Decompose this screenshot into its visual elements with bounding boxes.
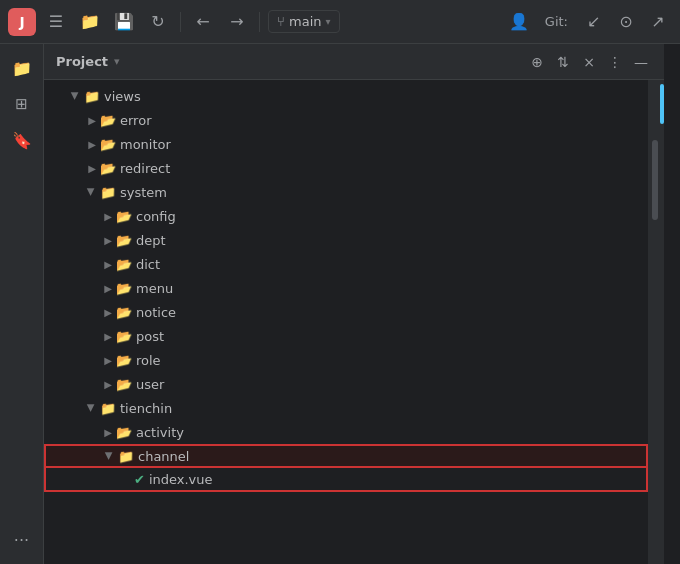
collapse-icon: ↙ bbox=[587, 12, 600, 31]
scrollbar-thumb[interactable] bbox=[652, 140, 658, 220]
monitor-expand-icon: ▶ bbox=[84, 136, 100, 152]
layout-icon: ⊙ bbox=[619, 12, 632, 31]
branch-selector[interactable]: ⑂ main ▾ bbox=[268, 10, 340, 33]
tree-item-dict[interactable]: ▶ 📂 dict bbox=[44, 252, 648, 276]
files-icon: 📁 bbox=[12, 59, 32, 78]
tree-item-notice[interactable]: ▶ 📂 notice bbox=[44, 300, 648, 324]
tree-item-activity[interactable]: ▶ 📂 activity bbox=[44, 420, 648, 444]
channel-expand-icon: ▶ bbox=[102, 448, 118, 464]
menu-expand-icon: ▶ bbox=[100, 280, 116, 296]
menu-folder-icon: 📂 bbox=[116, 281, 132, 296]
toolbar-right: 👤 Git: ↙ ⊙ ↗ bbox=[505, 8, 672, 36]
tienchin-expand-icon: ▶ bbox=[84, 400, 100, 416]
tree-item-role[interactable]: ▶ 📂 role bbox=[44, 348, 648, 372]
back-icon: ← bbox=[196, 12, 209, 31]
config-label: config bbox=[136, 209, 176, 224]
panel-crosshair-button[interactable]: ⊕ bbox=[526, 51, 548, 73]
role-expand-icon: ▶ bbox=[100, 352, 116, 368]
close-icon: × bbox=[583, 54, 595, 70]
bookmark-icon: 🔖 bbox=[12, 131, 32, 150]
right-accent bbox=[658, 80, 664, 564]
panel-sort-button[interactable]: ⇅ bbox=[552, 51, 574, 73]
post-label: post bbox=[136, 329, 164, 344]
panel-minimize-button[interactable]: — bbox=[630, 51, 652, 73]
sidebar-more-button[interactable]: ··· bbox=[6, 524, 38, 556]
menu-label: menu bbox=[136, 281, 173, 296]
tree-item-tienchin[interactable]: ▶ 📁 tienchin bbox=[44, 396, 648, 420]
forward-button[interactable]: → bbox=[223, 8, 251, 36]
dict-expand-icon: ▶ bbox=[100, 256, 116, 272]
tree-item-monitor[interactable]: ▶ 📂 monitor bbox=[44, 132, 648, 156]
tree-item-redirect[interactable]: ▶ 📂 redirect bbox=[44, 156, 648, 180]
project-panel: Project ▾ ⊕ ⇅ × ⋮ — bbox=[44, 44, 664, 564]
dept-label: dept bbox=[136, 233, 166, 248]
panel-header: Project ▾ ⊕ ⇅ × ⋮ — bbox=[44, 44, 664, 80]
panel-close-button[interactable]: × bbox=[578, 51, 600, 73]
tree-item-user[interactable]: ▶ 📂 user bbox=[44, 372, 648, 396]
activity-label: activity bbox=[136, 425, 184, 440]
file-tree: ▶ 📁 views ▶ 📂 error ▶ 📂 monitor bbox=[44, 80, 648, 564]
tienchin-folder-icon: 📁 bbox=[100, 401, 116, 416]
monitor-folder-icon: 📂 bbox=[100, 137, 116, 152]
sidebar-bookmark-button[interactable]: 🔖 bbox=[6, 124, 38, 156]
user-button[interactable]: 👤 bbox=[505, 8, 533, 36]
error-expand-icon: ▶ bbox=[84, 112, 100, 128]
git-button[interactable]: Git: bbox=[537, 11, 576, 32]
activity-expand-icon: ▶ bbox=[100, 424, 116, 440]
brand-logo: J bbox=[8, 8, 36, 36]
tree-item-views[interactable]: ▶ 📁 views bbox=[44, 84, 648, 108]
channel-folder-icon: 📁 bbox=[118, 449, 134, 464]
tree-item-dept[interactable]: ▶ 📂 dept bbox=[44, 228, 648, 252]
tree-item-channel[interactable]: ▶ 📁 channel bbox=[44, 444, 648, 468]
tree-item-system[interactable]: ▶ 📁 system bbox=[44, 180, 648, 204]
dept-folder-icon: 📂 bbox=[116, 233, 132, 248]
channel-label: channel bbox=[138, 449, 189, 464]
panel-title: Project bbox=[56, 54, 108, 69]
config-expand-icon: ▶ bbox=[100, 208, 116, 224]
refresh-button[interactable]: ↻ bbox=[144, 8, 172, 36]
tree-item-menu[interactable]: ▶ 📂 menu bbox=[44, 276, 648, 300]
tree-item-error[interactable]: ▶ 📂 error bbox=[44, 108, 648, 132]
collapse-button[interactable]: ↙ bbox=[580, 8, 608, 36]
expand-button[interactable]: ↗ bbox=[644, 8, 672, 36]
menu-icon: ☰ bbox=[49, 12, 63, 31]
index-vue-placeholder bbox=[118, 471, 134, 487]
more-dot-icon: ⋮ bbox=[608, 54, 622, 70]
save-button[interactable]: 💾 bbox=[110, 8, 138, 36]
tienchin-label: tienchin bbox=[120, 401, 172, 416]
user-expand-icon: ▶ bbox=[100, 376, 116, 392]
system-folder-icon: 📁 bbox=[100, 185, 116, 200]
git-label: Git: bbox=[545, 14, 568, 29]
index-vue-label: index.vue bbox=[149, 472, 213, 487]
expand-icon: ↗ bbox=[651, 12, 664, 31]
notice-label: notice bbox=[136, 305, 176, 320]
main-area: 📁 ⊞ 🔖 ··· Project ▾ ⊕ ⇅ × bbox=[0, 44, 680, 564]
sidebar-files-button[interactable]: 📁 bbox=[6, 52, 38, 84]
redirect-label: redirect bbox=[120, 161, 170, 176]
structure-icon: ⊞ bbox=[15, 95, 28, 113]
branch-name: main bbox=[289, 14, 321, 29]
notice-folder-icon: 📂 bbox=[116, 305, 132, 320]
tree-item-config[interactable]: ▶ 📂 config bbox=[44, 204, 648, 228]
error-label: error bbox=[120, 113, 151, 128]
scrollbar[interactable] bbox=[648, 80, 658, 564]
views-label: views bbox=[104, 89, 141, 104]
tree-item-index-vue[interactable]: ✔ index.vue bbox=[44, 468, 648, 492]
folder-button[interactable]: 📁 bbox=[76, 8, 104, 36]
layout-button[interactable]: ⊙ bbox=[612, 8, 640, 36]
vue-check-icon: ✔ bbox=[134, 472, 145, 487]
panel-more-button[interactable]: ⋮ bbox=[604, 51, 626, 73]
branch-icon: ⑂ bbox=[277, 14, 285, 29]
sort-icon: ⇅ bbox=[557, 54, 569, 70]
views-folder-icon: 📁 bbox=[84, 89, 100, 104]
save-icon: 💾 bbox=[114, 12, 134, 31]
sidebar-structure-button[interactable]: ⊞ bbox=[6, 88, 38, 120]
dict-folder-icon: 📂 bbox=[116, 257, 132, 272]
tree-item-post[interactable]: ▶ 📂 post bbox=[44, 324, 648, 348]
user-folder-icon: 📂 bbox=[116, 377, 132, 392]
system-label: system bbox=[120, 185, 167, 200]
back-button[interactable]: ← bbox=[189, 8, 217, 36]
monitor-label: monitor bbox=[120, 137, 171, 152]
menu-button[interactable]: ☰ bbox=[42, 8, 70, 36]
refresh-icon: ↻ bbox=[151, 12, 164, 31]
